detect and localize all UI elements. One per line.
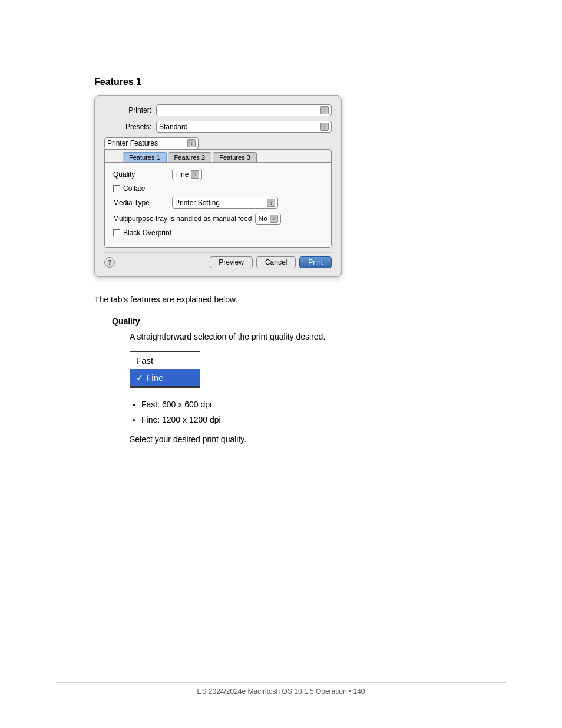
features-dropdown-row: Printer Features ↕ xyxy=(104,137,332,149)
body-text: The tab's features are explained below. xyxy=(94,294,468,306)
printer-select-arrow: ↕ xyxy=(320,106,329,114)
media-type-arrow: ↕ xyxy=(267,199,275,207)
media-type-label: Media Type xyxy=(113,199,172,207)
black-overprint-label: Black Overprint xyxy=(123,229,171,237)
media-type-select[interactable]: Printer Setting ↕ xyxy=(172,197,278,209)
black-overprint-row: Black Overprint xyxy=(113,229,323,237)
media-type-row: Media Type Printer Setting ↕ xyxy=(113,197,323,209)
quality-dropdown-visual: Fast ✓ Fine xyxy=(130,351,200,388)
tab-features-3[interactable]: Features 3 xyxy=(213,152,257,162)
footer-text: ES 2024/2024e Macintosh OS 10.1.5 Operat… xyxy=(197,687,365,696)
media-type-value: Printer Setting xyxy=(175,199,267,207)
quality-option-fast: Fast xyxy=(130,352,200,369)
preview-button[interactable]: Preview xyxy=(210,256,253,268)
quality-value: Fine xyxy=(175,170,191,179)
bullet-list: Fast: 600 x 600 dpi Fine: 1200 x 1200 dp… xyxy=(141,398,468,426)
printer-select[interactable]: ↕ xyxy=(156,104,332,116)
presets-value: Standard xyxy=(159,123,320,131)
black-overprint-checkbox[interactable] xyxy=(113,229,120,236)
tabs-row: Features 1 Features 2 Features 3 xyxy=(105,150,331,162)
page-footer: ES 2024/2024e Macintosh OS 10.1.5 Operat… xyxy=(0,682,562,696)
footer-left: ? xyxy=(104,257,206,268)
presets-select-arrow: ↕ xyxy=(320,123,329,131)
multipurpose-row: Multipurpose tray is handled as manual f… xyxy=(113,213,323,225)
tab-content: Quality Fine ↕ Collate Media Type Printe… xyxy=(105,162,331,247)
presets-row: Presets: Standard ↕ xyxy=(104,121,332,133)
printer-row: Printer: ↕ xyxy=(104,104,332,116)
footer-separator xyxy=(56,682,505,683)
printer-label: Printer: xyxy=(104,106,151,114)
help-button[interactable]: ? xyxy=(104,257,115,268)
collate-row: Collate xyxy=(113,185,323,193)
quality-select[interactable]: Fine ↕ xyxy=(172,169,202,180)
quality-arrow: ↕ xyxy=(191,170,199,179)
printer-features-label: Printer Features xyxy=(107,139,187,147)
multipurpose-select[interactable]: No ↕ xyxy=(255,213,280,225)
quality-row: Quality Fine ↕ xyxy=(113,169,323,180)
tab-container: Features 1 Features 2 Features 3 Quality… xyxy=(104,149,332,248)
quality-description: A straightforward selection of the print… xyxy=(130,331,468,343)
bullet-item-fast: Fast: 600 x 600 dpi xyxy=(141,398,468,411)
dialog-footer: ? Preview Cancel Print xyxy=(104,252,332,268)
quality-label: Quality xyxy=(113,170,172,179)
collate-checkbox[interactable] xyxy=(113,185,120,192)
multipurpose-label: Multipurpose tray is handled as manual f… xyxy=(113,215,252,223)
printer-features-arrow: ↕ xyxy=(187,139,196,147)
multipurpose-value: No xyxy=(258,215,269,223)
select-quality-text: Select your desired print quality. xyxy=(130,433,468,446)
section-heading: Features 1 xyxy=(94,77,468,87)
presets-select[interactable]: Standard ↕ xyxy=(156,121,332,133)
bullet-item-fine: Fine: 1200 x 1200 dpi xyxy=(141,414,468,426)
print-dialog: Printer: ↕ Presets: Standard ↕ Printer F… xyxy=(94,95,342,277)
collate-label: Collate xyxy=(123,185,145,193)
presets-label: Presets: xyxy=(104,123,151,131)
quality-option-fine: ✓ Fine xyxy=(130,369,200,386)
quality-divider xyxy=(130,386,200,387)
tab-features-1[interactable]: Features 1 xyxy=(123,152,167,162)
multipurpose-arrow: ↕ xyxy=(270,215,278,223)
print-button[interactable]: Print xyxy=(299,256,332,268)
cancel-button[interactable]: Cancel xyxy=(256,256,296,268)
quality-heading: Quality xyxy=(112,317,468,326)
printer-features-select[interactable]: Printer Features ↕ xyxy=(104,137,199,149)
tab-features-2[interactable]: Features 2 xyxy=(168,152,212,162)
